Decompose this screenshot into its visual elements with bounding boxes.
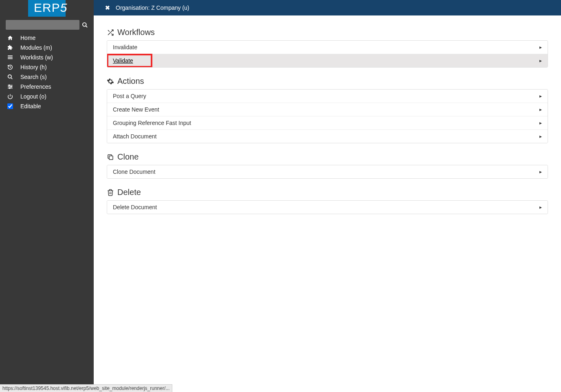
section-clone: Clone Clone Document ▸ bbox=[107, 152, 548, 179]
nav-label: Home bbox=[20, 35, 35, 41]
action-attach-doc[interactable]: Attach Document ▸ bbox=[107, 130, 548, 143]
svg-line-16 bbox=[108, 30, 110, 32]
list-item-label: Grouping Reference Fast Input bbox=[113, 120, 191, 126]
power-icon bbox=[7, 94, 16, 99]
nav-label: Logout (o) bbox=[20, 93, 46, 100]
section-header-actions: Actions bbox=[107, 77, 548, 86]
nav-label: History (h) bbox=[20, 64, 47, 70]
list-item-label: Delete Document bbox=[113, 204, 157, 210]
list-icon bbox=[7, 55, 16, 60]
search-row bbox=[0, 17, 94, 32]
home-icon bbox=[7, 35, 16, 41]
chevron-right-icon: ▸ bbox=[539, 120, 542, 126]
logo[interactable]: ERP5 bbox=[28, 0, 66, 17]
svg-line-1 bbox=[86, 26, 87, 27]
trash-icon bbox=[107, 189, 114, 196]
section-header-workflows: Workflows bbox=[107, 28, 548, 37]
nav-preferences[interactable]: Preferences bbox=[0, 82, 94, 92]
workflow-item-validate[interactable]: Validate ▸ bbox=[107, 54, 548, 67]
section-actions: Actions Post a Query ▸ Create New Event … bbox=[107, 77, 548, 143]
list-item-label: Attach Document bbox=[113, 133, 156, 140]
chevron-right-icon: ▸ bbox=[539, 204, 542, 210]
svg-rect-17 bbox=[109, 156, 113, 160]
chevron-right-icon: ▸ bbox=[539, 169, 542, 175]
puzzle-icon bbox=[7, 45, 16, 50]
svg-point-10 bbox=[11, 86, 11, 87]
shuffle-icon bbox=[107, 29, 114, 36]
nav-label: Preferences bbox=[20, 83, 51, 90]
list-item-label: Invalidate bbox=[113, 44, 137, 50]
svg-point-12 bbox=[9, 88, 10, 88]
nav-home[interactable]: Home bbox=[0, 33, 94, 43]
svg-rect-4 bbox=[8, 58, 13, 59]
action-create-event[interactable]: Create New Event ▸ bbox=[107, 103, 548, 116]
section-delete: Delete Delete Document ▸ bbox=[107, 188, 548, 214]
nav-logout[interactable]: Logout (o) bbox=[0, 92, 94, 101]
editable-label: Editable bbox=[20, 103, 41, 109]
chevron-right-icon: ▸ bbox=[539, 134, 542, 139]
delete-document[interactable]: Delete Document ▸ bbox=[107, 201, 548, 214]
nav-label: Search (s) bbox=[20, 74, 47, 80]
gear-icon bbox=[107, 78, 114, 85]
sidebar: ERP5 Home Modules (m) bbox=[0, 0, 94, 392]
chevron-right-icon: ▸ bbox=[539, 58, 542, 64]
list-item-label: Validate bbox=[113, 57, 133, 64]
workflows-list: Invalidate ▸ Validate ▸ bbox=[107, 40, 548, 68]
svg-point-0 bbox=[83, 22, 86, 26]
content-area: Workflows Invalidate ▸ Validate ▸ bbox=[94, 15, 561, 392]
list-item-label: Post a Query bbox=[113, 93, 146, 99]
main: ✖ Organisation: Z Company (u) Workflows … bbox=[94, 0, 561, 392]
nav-modules[interactable]: Modules (m) bbox=[0, 43, 94, 53]
topbar: ✖ Organisation: Z Company (u) bbox=[94, 0, 561, 15]
search-input[interactable] bbox=[6, 20, 79, 30]
svg-point-8 bbox=[9, 85, 10, 85]
delete-list: Delete Document ▸ bbox=[107, 200, 548, 214]
svg-line-6 bbox=[11, 78, 13, 79]
clone-list: Clone Document ▸ bbox=[107, 165, 548, 179]
history-icon bbox=[7, 64, 16, 70]
actions-list: Post a Query ▸ Create New Event ▸ Groupi… bbox=[107, 89, 548, 143]
svg-rect-3 bbox=[8, 57, 13, 58]
editable-checkbox[interactable] bbox=[7, 103, 13, 109]
section-header-delete: Delete bbox=[107, 188, 548, 197]
section-header-clone: Clone bbox=[107, 152, 548, 162]
search-icon bbox=[82, 22, 88, 28]
close-icon[interactable]: ✖ bbox=[105, 4, 110, 11]
chevron-right-icon: ▸ bbox=[539, 44, 542, 50]
section-title: Workflows bbox=[117, 28, 155, 37]
section-title: Actions bbox=[117, 77, 144, 86]
nav-worklists[interactable]: Worklists (w) bbox=[0, 53, 94, 62]
svg-rect-2 bbox=[8, 55, 13, 56]
section-title: Clone bbox=[117, 152, 139, 162]
clone-document[interactable]: Clone Document ▸ bbox=[107, 165, 548, 178]
workflow-item-invalidate[interactable]: Invalidate ▸ bbox=[107, 41, 548, 54]
list-item-label: Clone Document bbox=[113, 169, 155, 175]
breadcrumb[interactable]: Organisation: Z Company (u) bbox=[116, 4, 189, 11]
action-grouping-ref[interactable]: Grouping Reference Fast Input ▸ bbox=[107, 116, 548, 130]
search-button[interactable] bbox=[82, 22, 88, 28]
nav-list: Home Modules (m) Worklists (w) History (… bbox=[0, 32, 94, 112]
nav-editable: Editable bbox=[0, 101, 94, 111]
chevron-right-icon: ▸ bbox=[539, 93, 542, 99]
nav-label: Worklists (w) bbox=[20, 54, 53, 61]
list-item-label: Create New Event bbox=[113, 106, 159, 113]
section-workflows: Workflows Invalidate ▸ Validate ▸ bbox=[107, 28, 548, 68]
svg-point-5 bbox=[8, 75, 11, 78]
search-icon bbox=[7, 74, 16, 80]
nav-history[interactable]: History (h) bbox=[0, 62, 94, 72]
section-title: Delete bbox=[117, 188, 141, 197]
status-bar: https://softinst139545.host.vifib.net/er… bbox=[0, 384, 172, 392]
nav-search[interactable]: Search (s) bbox=[0, 72, 94, 82]
chevron-right-icon: ▸ bbox=[539, 107, 542, 112]
sliders-icon bbox=[7, 84, 16, 90]
action-post-query[interactable]: Post a Query ▸ bbox=[107, 90, 548, 103]
copy-icon bbox=[107, 153, 114, 161]
nav-label: Modules (m) bbox=[20, 44, 52, 51]
